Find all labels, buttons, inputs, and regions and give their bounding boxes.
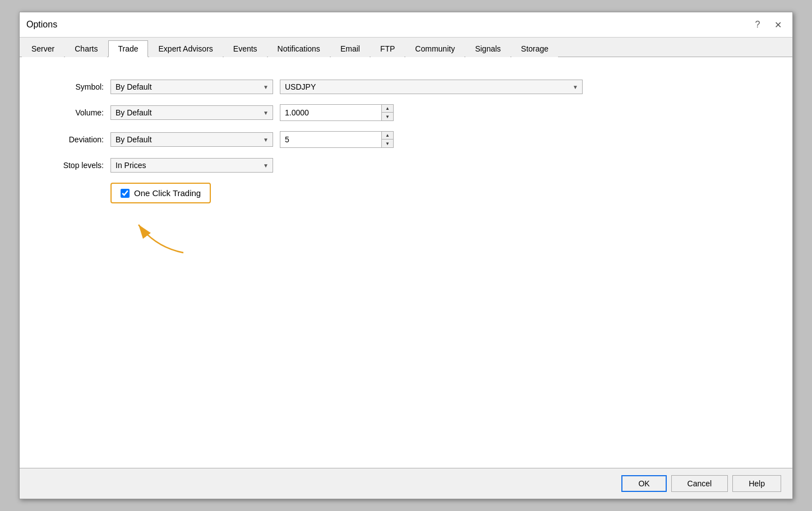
help-button[interactable]: ? bbox=[750, 17, 765, 32]
tab-notifications[interactable]: Notifications bbox=[268, 40, 330, 57]
volume-spin-input[interactable] bbox=[280, 105, 381, 120]
tabs-bar: Server Charts Trade Expert Advisors Even… bbox=[20, 38, 792, 57]
tab-email[interactable]: Email bbox=[331, 40, 370, 57]
stop-levels-dropdown-wrapper: In Prices In Points ▼ bbox=[110, 158, 273, 173]
volume-dropdown-wrapper: By Default ▼ bbox=[110, 105, 273, 120]
deviation-spin-up[interactable]: ▲ bbox=[382, 132, 393, 140]
deviation-spin-input[interactable] bbox=[280, 132, 381, 147]
tab-events[interactable]: Events bbox=[224, 40, 267, 57]
dialog-title: Options bbox=[26, 20, 57, 30]
volume-spin-buttons: ▲ ▼ bbox=[381, 105, 393, 120]
volume-dropdown[interactable]: By Default bbox=[110, 105, 273, 120]
ok-button[interactable]: OK bbox=[621, 475, 666, 492]
deviation-dropdown-wrapper: By Default ▼ bbox=[110, 132, 273, 147]
deviation-spin-buttons: ▲ ▼ bbox=[381, 132, 393, 147]
stop-levels-label: Stop levels: bbox=[42, 161, 104, 170]
volume-row: Volume: By Default ▼ ▲ ▼ bbox=[42, 104, 770, 121]
stop-levels-dropdown[interactable]: In Prices In Points bbox=[110, 158, 273, 173]
one-click-trading-label[interactable]: One Click Trading bbox=[134, 188, 201, 198]
symbol-dropdown1-wrapper: By Default ▼ bbox=[110, 80, 273, 94]
symbol-dropdown1[interactable]: By Default bbox=[110, 80, 273, 94]
tab-server[interactable]: Server bbox=[22, 40, 64, 57]
deviation-label: Deviation: bbox=[42, 135, 104, 144]
one-click-trading-checkbox[interactable] bbox=[121, 189, 130, 198]
volume-label: Volume: bbox=[42, 108, 104, 117]
tab-charts[interactable]: Charts bbox=[65, 40, 107, 57]
tab-community[interactable]: Community bbox=[405, 40, 464, 57]
footer: OK Cancel Help bbox=[20, 468, 792, 499]
close-button[interactable]: ✕ bbox=[770, 17, 786, 32]
deviation-spin-group: ▲ ▼ bbox=[280, 131, 394, 148]
content-area: Symbol: By Default ▼ USDJPY ▼ Volume: bbox=[20, 57, 792, 468]
deviation-dropdown[interactable]: By Default bbox=[110, 132, 273, 147]
arrow-svg-icon bbox=[110, 213, 200, 258]
title-bar-left: Options bbox=[26, 20, 57, 30]
volume-spin-group: ▲ ▼ bbox=[280, 104, 394, 121]
stop-levels-row: Stop levels: In Prices In Points ▼ bbox=[42, 158, 770, 173]
symbol-row: Symbol: By Default ▼ USDJPY ▼ bbox=[42, 80, 770, 94]
options-dialog: Options ? ✕ Server Charts Trade Expert A… bbox=[19, 12, 793, 499]
symbol-label: Symbol: bbox=[42, 82, 104, 91]
symbol-dropdown2-wrapper: USDJPY ▼ bbox=[280, 80, 583, 94]
cancel-button[interactable]: Cancel bbox=[671, 475, 728, 492]
one-click-trading-row: One Click Trading bbox=[110, 183, 770, 203]
deviation-row: Deviation: By Default ▼ ▲ ▼ bbox=[42, 131, 770, 148]
title-bar: Options ? ✕ bbox=[20, 12, 792, 38]
volume-spin-down[interactable]: ▼ bbox=[382, 113, 393, 120]
tab-signals[interactable]: Signals bbox=[465, 40, 510, 57]
title-bar-right: ? ✕ bbox=[750, 17, 786, 32]
tab-trade[interactable]: Trade bbox=[108, 40, 147, 57]
deviation-spin-down[interactable]: ▼ bbox=[382, 140, 393, 147]
symbol-dropdown2[interactable]: USDJPY bbox=[280, 80, 583, 94]
trade-form: Symbol: By Default ▼ USDJPY ▼ Volume: bbox=[42, 80, 770, 258]
tab-expert-advisors[interactable]: Expert Advisors bbox=[149, 40, 223, 57]
arrow-annotation bbox=[110, 213, 223, 258]
tab-ftp[interactable]: FTP bbox=[371, 40, 404, 57]
tab-storage[interactable]: Storage bbox=[511, 40, 558, 57]
volume-spin-up[interactable]: ▲ bbox=[382, 105, 393, 113]
help-footer-button[interactable]: Help bbox=[732, 475, 781, 492]
one-click-trading-box: One Click Trading bbox=[110, 183, 211, 203]
